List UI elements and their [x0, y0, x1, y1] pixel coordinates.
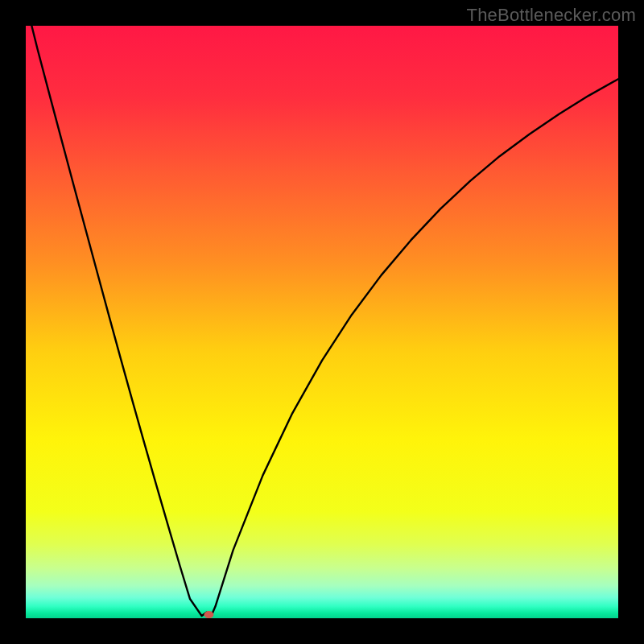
chart-frame: TheBottlenecker.com [0, 0, 644, 644]
chart-svg [26, 26, 618, 618]
gradient-background [26, 26, 618, 618]
marker-dot [204, 611, 213, 618]
watermark-text: TheBottlenecker.com [467, 5, 636, 26]
plot-area [26, 26, 618, 618]
